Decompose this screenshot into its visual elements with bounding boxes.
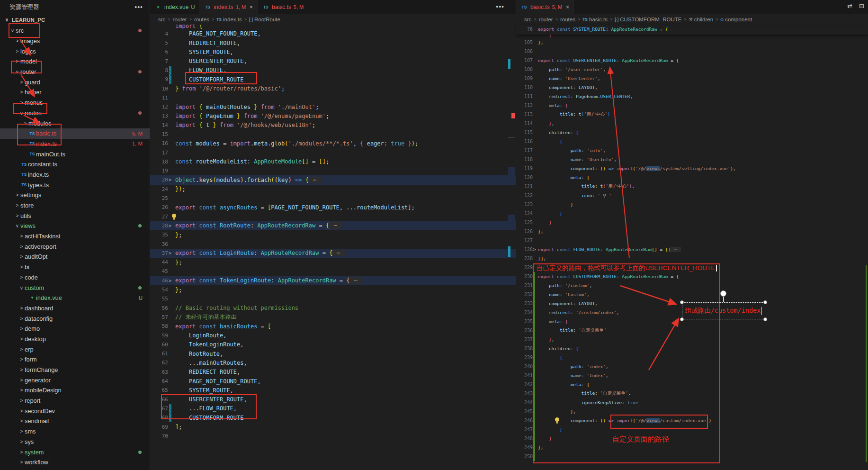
- tree-item-types.ts[interactable]: TStypes.ts: [0, 180, 150, 190]
- code-line-13[interactable]: 13import { PageEnum } from '/@/enums/pag…: [150, 111, 516, 120]
- code-line-57[interactable]: 57// 未经许可的基本路由: [150, 313, 516, 322]
- code-line-55[interactable]: 55: [150, 294, 516, 303]
- code-line-46[interactable]: 46>export const TokenLoginRoute: AppRout…: [150, 276, 516, 285]
- code-line-6[interactable]: 6 SYSTEM_ROUTE,: [150, 47, 516, 56]
- close-icon[interactable]: ×: [250, 4, 253, 10]
- code-line-110[interactable]: 110 component: LAYOUT,: [516, 83, 868, 92]
- code-line-63[interactable]: 63 REDIRECT_ROUTE,: [150, 368, 516, 377]
- fold-chevron-icon[interactable]: >: [169, 249, 171, 258]
- breadcrumb-item-RootRoute[interactable]: RootRoute: [254, 17, 280, 22]
- code-line-18[interactable]: 18const routeModuleList: AppRouteModule[…: [150, 157, 516, 166]
- code-line-61[interactable]: 61 RootRoute,: [150, 349, 516, 358]
- code-line-17[interactable]: 17: [150, 148, 516, 157]
- resize-handle-tr[interactable]: [763, 300, 767, 304]
- swap-editors-icon[interactable]: ⇄: [847, 2, 852, 9]
- code-line-120[interactable]: 120 meta: {: [516, 173, 868, 182]
- code-line-56[interactable]: 56// Basic routing without permissions: [150, 304, 516, 313]
- fold-chevron-icon[interactable]: >: [169, 175, 171, 184]
- code-line-45[interactable]: 45: [150, 267, 516, 276]
- tree-item-system[interactable]: >system: [0, 447, 150, 457]
- fold-chevron-icon[interactable]: >: [169, 276, 171, 285]
- breadcrumb-item-routes[interactable]: routes: [560, 17, 575, 22]
- tree-item-generator[interactable]: >generator: [0, 375, 150, 385]
- tree-item-form[interactable]: >form: [0, 354, 150, 365]
- tree-item-dataconfig[interactable]: >dataconfig: [0, 313, 150, 324]
- code-line-107[interactable]: 107export const USERCENTER_ROUTE: AppRou…: [516, 56, 868, 65]
- tree-item-index.ts[interactable]: TSindex.ts: [0, 170, 150, 180]
- tab-index.vue[interactable]: ▼index.vueU: [150, 0, 199, 14]
- code-line-27[interactable]: 27: [150, 212, 516, 221]
- code-line-228[interactable]: 228}];: [516, 254, 868, 263]
- tree-item-secondDev[interactable]: >secondDev: [0, 406, 150, 416]
- tree-item-demo[interactable]: >demo: [0, 324, 150, 334]
- code-line-25[interactable]: 25: [150, 194, 516, 203]
- code-line-36[interactable]: 36: [150, 239, 516, 248]
- code-line-116[interactable]: 116 {: [516, 137, 868, 146]
- tree-item-code[interactable]: >code: [0, 272, 150, 283]
- tree-item-workflow[interactable]: >workflow: [0, 457, 150, 468]
- rotation-handle[interactable]: [720, 290, 726, 297]
- annotation-textbox[interactable]: 组成路由/custom/index: [682, 302, 765, 319]
- resize-handle-bl[interactable]: [680, 317, 684, 321]
- tree-item-sys[interactable]: >sys: [0, 437, 150, 447]
- code-line-35[interactable]: 35};: [150, 230, 516, 239]
- code-line-15[interactable]: 15: [150, 130, 516, 139]
- tree-item-logics[interactable]: >logics: [0, 46, 150, 56]
- tree-item-sms[interactable]: >sms: [0, 426, 150, 437]
- code-line-partial[interactable]: }: [516, 35, 868, 38]
- code-line-26[interactable]: 26export const asyncRoutes = [PAGE_NOT_F…: [150, 203, 516, 212]
- code-line-118[interactable]: 118 name: 'UserInfo',: [516, 155, 868, 164]
- code-line-76[interactable]: 76export const SYSTEM_ROUTE: AppRouteRec…: [516, 25, 868, 34]
- code-line-106[interactable]: 106: [516, 47, 868, 56]
- code-line-12[interactable]: 12import { mainOutRoutes } from './mainO…: [150, 102, 516, 111]
- code-line-11[interactable]: 11: [150, 93, 516, 102]
- tree-item-guard[interactable]: >guard: [0, 77, 150, 87]
- code-line-partial[interactable]: import {: [150, 25, 516, 29]
- code-line-121[interactable]: 121 title: t('用户中心'),: [516, 182, 868, 191]
- code-line-37[interactable]: 37>export const LoginRoute: AppRouteReco…: [150, 249, 516, 258]
- tree-item-settings[interactable]: >settings: [0, 190, 150, 200]
- tree-item-mainOut.ts[interactable]: TSmainOut.ts: [0, 149, 150, 159]
- code-line-113[interactable]: 113 title: t('用户中心'): [516, 110, 868, 119]
- tree-item-erp[interactable]: >erp: [0, 344, 150, 354]
- code-line-69[interactable]: 69];: [150, 422, 516, 431]
- code-line-124[interactable]: 124 }: [516, 209, 868, 218]
- tree-item-formChange[interactable]: >formChange: [0, 365, 150, 375]
- tree-item-desktop[interactable]: >desktop: [0, 334, 150, 344]
- tree-item-mobileDesign[interactable]: >mobileDesign: [0, 385, 150, 396]
- code-line-16[interactable]: 16const modules = import.meta.glob('./mo…: [150, 139, 516, 148]
- code-line-20[interactable]: 20>Object.keys(modules).forEach((key) =>…: [150, 175, 516, 184]
- code-line-19[interactable]: 19: [150, 166, 516, 175]
- breadcrumb-item-children[interactable]: children: [694, 17, 713, 22]
- code-line-109[interactable]: 109 name: 'UserCenter',: [516, 74, 868, 83]
- tree-item-utils[interactable]: >utils: [0, 210, 150, 221]
- code-line-119[interactable]: 119 component: () => import('/@/views/sy…: [516, 164, 868, 173]
- code-line-58[interactable]: 58export const basicRoutes = [: [150, 322, 516, 331]
- tree-item-custom[interactable]: ∨custom: [0, 282, 150, 293]
- code-line-126[interactable]: 126};: [516, 227, 868, 236]
- tree-item-activereport[interactable]: >activereport: [0, 241, 150, 252]
- code-line-112[interactable]: 112 meta: {: [516, 101, 868, 110]
- breadcrumb-item-router[interactable]: router: [539, 17, 553, 22]
- breadcrumb-item-router[interactable]: router: [173, 17, 187, 22]
- code-line-44[interactable]: 44};: [150, 258, 516, 267]
- code-line-128[interactable]: 128>export const FLOW_ROUTE: AppRouteRec…: [516, 245, 868, 254]
- code-line-127[interactable]: 127: [516, 236, 868, 245]
- code-line-114[interactable]: 114 },: [516, 119, 868, 128]
- breadcrumb-item-src[interactable]: src: [158, 17, 165, 22]
- code-line-105[interactable]: 105};: [516, 38, 868, 47]
- breadcrumb-item-basic.ts[interactable]: basic.ts: [589, 17, 608, 22]
- code-line-70[interactable]: 70: [150, 432, 516, 441]
- tab-basic.ts[interactable]: TSbasic.ts5, M×: [516, 0, 574, 14]
- tree-item-helper[interactable]: >helper: [0, 87, 150, 98]
- tab-overflow-icon[interactable]: •••: [496, 3, 504, 10]
- fold-chevron-icon[interactable]: >: [533, 245, 536, 254]
- resize-handle-br[interactable]: [763, 317, 767, 321]
- tree-item-bi[interactable]: >bi: [0, 262, 150, 272]
- code-line-59[interactable]: 59 LoginRoute,: [150, 331, 516, 340]
- explorer-more-icon[interactable]: •••: [134, 3, 143, 11]
- code-line-60[interactable]: 60 TokenLoginRoute,: [150, 340, 516, 349]
- tab-index.ts[interactable]: TSindex.ts1, M×: [199, 0, 258, 14]
- lightbulb-icon[interactable]: [172, 214, 176, 218]
- fold-chevron-icon[interactable]: >: [169, 221, 171, 230]
